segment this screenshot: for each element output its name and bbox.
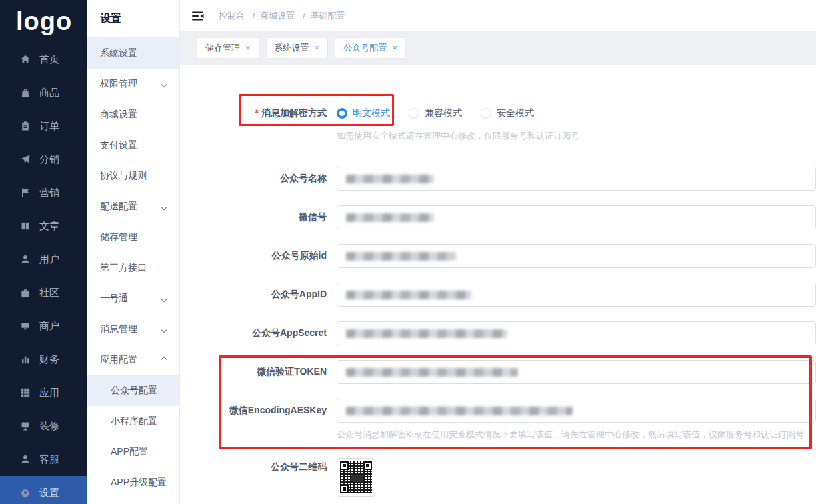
submenu-item-label: 一号通 (100, 293, 128, 305)
sidebar-item[interactable]: 装修 (0, 409, 87, 443)
primary-sidebar: logo 首页 商品 订单 分 (0, 0, 87, 504)
form-field: 微信验证TOKEN (180, 360, 816, 384)
radio-icon (481, 108, 491, 119)
encrypt-mode-row: *消息加解密方式 明文模式 兼容模式 (180, 103, 816, 124)
sidebar-item-label: 财务 (39, 353, 59, 366)
submenu-item-label: 系统设置 (100, 47, 137, 59)
sidebar-item[interactable]: 营销 (0, 176, 87, 209)
text-input[interactable] (337, 244, 816, 268)
field-label: 公众号名称 (180, 173, 327, 185)
orders-icon (20, 121, 31, 131)
sidebar-item[interactable]: 设置 (0, 476, 87, 504)
field-label: 微信号 (180, 211, 327, 223)
submenu-item-label: 应用配置 (100, 354, 137, 366)
sidebar-item[interactable]: 首页 (0, 43, 87, 76)
form-field: 微信EncodingAESKey 公众号消息加解密Key,在使用安全模式情况下要… (180, 399, 816, 440)
submenu-item[interactable]: 消息管理 (87, 314, 179, 345)
text-input[interactable] (337, 360, 816, 384)
breadcrumb-item[interactable]: 控制台 (219, 11, 245, 21)
tab-label: 系统设置 (275, 38, 309, 58)
submenu-item[interactable]: 系统设置 (87, 38, 179, 69)
sidebar-item[interactable]: 商品 (0, 76, 87, 109)
chevron-down-icon (161, 81, 167, 87)
sidebar-item[interactable]: 财务 (0, 343, 87, 376)
sidebar-item[interactable]: 分销 (0, 143, 87, 176)
field-label: 微信EncodingAESKey (180, 405, 327, 417)
form-field: 公众号AppSecret (180, 321, 816, 345)
sidebar-item-label: 首页 (39, 53, 59, 66)
required-asterisk: * (255, 107, 259, 118)
tab[interactable]: 储存管理 × (197, 37, 259, 59)
sidebar-item-label: 营销 (39, 187, 59, 199)
field-label: 公众号原始id (180, 250, 327, 262)
sidebar-item[interactable]: 订单 (0, 109, 87, 143)
field-label: 公众号AppSecret (180, 327, 327, 339)
sidebar-item-label: 商品 (39, 87, 59, 99)
submenu-item-label: 第三方接口 (100, 262, 147, 274)
submenu-item[interactable]: 储存管理 (87, 222, 179, 253)
submenu-item[interactable]: 公众号配置 (87, 375, 179, 406)
breadcrumb-item[interactable]: 商城设置 (260, 11, 295, 21)
submenu-item[interactable]: 协议与规则 (87, 161, 179, 191)
submenu-item[interactable]: 权限管理 (87, 69, 179, 99)
submenu-item-label: APP配置 (111, 446, 148, 458)
text-input[interactable] (337, 205, 816, 229)
sidebar-item-label: 分销 (39, 153, 59, 166)
sidebar-item-label: 商户 (39, 320, 59, 333)
service-icon (20, 454, 31, 465)
submenu-item[interactable]: 一号通 (87, 283, 179, 314)
sidebar-item-label: 设置 (39, 487, 59, 499)
sidebar-item[interactable]: 客服 (0, 443, 87, 476)
chevron-down-icon (161, 203, 167, 210)
articles-icon (20, 221, 31, 231)
sidebar-item[interactable]: 用户 (0, 243, 87, 276)
submenu-title: 设置 (87, 0, 179, 38)
collapse-sidebar-icon[interactable] (192, 11, 205, 21)
close-icon[interactable]: × (392, 38, 397, 58)
radio-option[interactable]: 兼容模式 (409, 107, 462, 119)
breadcrumb-item[interactable]: 基础配置 (311, 11, 345, 21)
close-icon[interactable]: × (245, 38, 251, 58)
submenu-item[interactable]: 支付设置 (87, 130, 179, 161)
tab[interactable]: 系统设置 × (266, 37, 329, 59)
radio-option[interactable]: 安全模式 (481, 107, 534, 119)
radio-icon (337, 108, 347, 119)
sidebar-item-label: 订单 (39, 120, 59, 133)
field-label: 微信验证TOKEN (180, 366, 327, 378)
text-input[interactable] (337, 321, 816, 345)
text-input[interactable] (337, 399, 816, 423)
submenu-item-label: 支付设置 (100, 139, 137, 151)
field-help-text: 公众号消息加解密Key,在使用安全模式情况下要填写该值，请先在管理中心修改，然后… (337, 429, 816, 440)
finance-icon (20, 354, 31, 365)
submenu-item[interactable]: 小程序配置 (87, 406, 179, 437)
text-input[interactable] (337, 167, 816, 191)
text-input[interactable] (337, 283, 816, 307)
sidebar-item[interactable]: 社区 (0, 276, 87, 309)
submenu-item[interactable]: 商城设置 (87, 99, 179, 130)
radio-label: 兼容模式 (425, 107, 462, 119)
users-icon (20, 254, 31, 265)
submenu-item-label: APP升级配置 (111, 477, 167, 489)
breadcrumb: 控制台 / 商城设置 / 基础配置 / (219, 10, 345, 22)
sidebar-item[interactable]: 应用 (0, 376, 87, 409)
submenu-item[interactable]: 第三方接口 (87, 253, 179, 283)
submenu-item[interactable]: APP配置 (87, 437, 179, 467)
field-label: 公众号AppID (180, 289, 327, 301)
close-icon[interactable]: × (315, 38, 320, 58)
form-field: 微信号 (180, 205, 816, 229)
submenu-item[interactable]: 配送配置 (87, 191, 179, 222)
submenu-item[interactable]: 应用配置 (87, 345, 179, 375)
qrcode-label: 公众号二维码 (180, 458, 327, 475)
chevron-down-icon (161, 295, 167, 302)
masked-value (346, 291, 471, 299)
submenu-item-label: 权限管理 (100, 78, 137, 90)
sidebar-item[interactable]: 商户 (0, 309, 87, 343)
top-header: 控制台 / 商城设置 / 基础配置 / (180, 0, 816, 31)
submenu-item-label: 协议与规则 (100, 170, 147, 182)
home-icon (20, 54, 31, 65)
tab[interactable]: 公众号配置 × (335, 37, 406, 59)
submenu-item-label: 商城设置 (100, 109, 137, 121)
sidebar-item[interactable]: 文章 (0, 209, 87, 243)
submenu-item[interactable]: APP升级配置 (87, 467, 179, 498)
radio-option[interactable]: 明文模式 (337, 107, 390, 119)
